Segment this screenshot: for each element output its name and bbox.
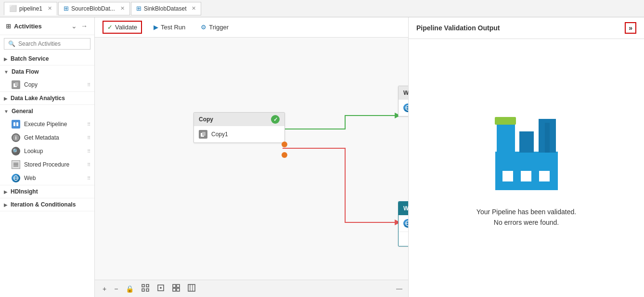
web-failure-icon: [403, 219, 408, 228]
svg-rect-19: [146, 284, 149, 287]
canvas: Copy ✓ Copy1 Web ✓: [95, 38, 408, 280]
toolbar: ✓ Validate ▶ Test Run ⚙ Trigger: [95, 17, 408, 38]
test-run-button[interactable]: ▶ Test Run: [150, 22, 189, 33]
web-failure-actions: 🗑 ⧉ ⊕: [399, 232, 408, 246]
sidebar-expand-btn[interactable]: →: [80, 21, 89, 31]
sidebar-item-web[interactable]: Web ⠿: [0, 171, 94, 185]
web-failure-node[interactable]: Web ✓ SendFailureEmailActiv... 🗑: [398, 201, 408, 246]
search-box: 🔍: [4, 38, 90, 50]
copy-status-dot: ✓: [271, 115, 280, 124]
copy-node-title: Copy: [199, 116, 213, 123]
sidebar-item-stored-procedure[interactable]: Stored Procedure ⠿: [0, 158, 94, 171]
section-batch-service-header[interactable]: ▶ Batch Service: [0, 52, 94, 65]
svg-rect-38: [521, 171, 531, 181]
lock-btn[interactable]: 🔒: [124, 284, 136, 294]
main-layout: ⊞ Activities ⌄ → 🔍 ▶ Batch Service ▼ Dat…: [0, 17, 644, 297]
stored-procedure-icon: [12, 160, 20, 169]
validate-button[interactable]: ✓ Validate: [103, 21, 142, 34]
lookup-label: Lookup: [24, 148, 43, 155]
svg-rect-11: [202, 132, 206, 136]
hdinsight-arrow: ▶: [4, 189, 8, 194]
auto-layout-btn[interactable]: [186, 283, 197, 294]
sidebar-item-copy[interactable]: Copy ⠿: [0, 78, 94, 91]
canvas-connectors: [95, 38, 408, 280]
sidebar-header: ⊞ Activities ⌄ →: [0, 17, 94, 35]
tab-source[interactable]: ⊞ SourceBlobDat... ✕: [58, 2, 130, 15]
data-flow-arrow: ▼: [4, 69, 9, 75]
auto-layout-icon: [188, 284, 195, 292]
copy-node-header: Copy ✓: [194, 113, 284, 126]
search-icon: 🔍: [8, 40, 15, 47]
svg-rect-34: [519, 131, 534, 153]
svg-rect-40: [545, 123, 550, 153]
right-panel-close-btn[interactable]: »: [625, 22, 636, 34]
tab-source-label: SourceBlobDat...: [71, 5, 115, 12]
web-success-body: SendSuccessEmailActi...: [399, 100, 408, 116]
sidebar-item-get-metadata[interactable]: i Get Metadata ⠿: [0, 131, 94, 144]
sidebar-collapse-btn[interactable]: ⌄: [70, 21, 78, 31]
grid-icon: [172, 284, 180, 292]
stored-procedure-label: Stored Procedure: [24, 161, 69, 168]
web-left: Web: [12, 174, 36, 182]
section-data-lake-header[interactable]: ▶ Data Lake Analytics: [0, 92, 94, 104]
validation-line2: No errors were found.: [477, 217, 576, 228]
web-failure-header: Web ✓: [399, 202, 408, 215]
trigger-button[interactable]: ⚙ Trigger: [197, 22, 232, 33]
right-panel-body: Your Pipeline has been validated. No err…: [409, 39, 644, 297]
stored-procedure-left: Stored Procedure: [12, 160, 69, 169]
web-activity-icon: [12, 174, 20, 182]
svg-rect-6: [13, 166, 18, 167]
factory-illustration: [488, 108, 565, 197]
sidebar: ⊞ Activities ⌄ → 🔍 ▶ Batch Service ▼ Dat…: [0, 17, 95, 297]
svg-rect-28: [177, 288, 180, 291]
execute-drag-handle: ⠿: [87, 122, 90, 127]
search-input[interactable]: [18, 40, 86, 47]
zoom-out-btn[interactable]: −: [112, 284, 120, 294]
svg-rect-2: [13, 122, 15, 126]
web-drag-handle: ⠿: [87, 176, 90, 181]
validation-text: Your Pipeline has been validated. No err…: [477, 207, 576, 228]
tab-source-close[interactable]: ✕: [120, 5, 125, 12]
web-label: Web: [24, 175, 36, 181]
batch-service-label: Batch Service: [11, 55, 49, 62]
section-hdinsight-header[interactable]: ▶ HDInsight: [0, 185, 94, 198]
fit-canvas-btn[interactable]: [140, 283, 151, 294]
svg-rect-26: [177, 284, 180, 287]
svg-rect-29: [188, 284, 195, 291]
copy-failure-connector: [282, 152, 287, 158]
get-metadata-icon: i: [12, 133, 20, 142]
sidebar-item-lookup[interactable]: 🔍 Lookup ⠿: [0, 144, 94, 158]
hdinsight-label: HDInsight: [11, 188, 38, 195]
iteration-arrow: ▶: [4, 202, 8, 207]
general-arrow: ▼: [4, 109, 9, 114]
section-general-header[interactable]: ▼ General: [0, 105, 94, 117]
execute-pipeline-left: Execute Pipeline: [12, 120, 67, 129]
execute-pipeline-icon: [12, 120, 20, 129]
section-data-flow: ▼ Data Flow Copy ⠿: [0, 65, 94, 92]
sidebar-item-execute-pipeline[interactable]: Execute Pipeline ⠿: [0, 117, 94, 131]
section-data-flow-header[interactable]: ▼ Data Flow: [0, 65, 94, 78]
lookup-drag-handle: ⠿: [87, 149, 90, 154]
tab-bar: ⬜ pipeline1 ✕ ⊞ SourceBlobDat... ✕ ⊞ Sin…: [0, 0, 644, 17]
svg-rect-1: [15, 82, 18, 86]
sidebar-actions: ⌄ →: [70, 21, 89, 31]
svg-rect-25: [173, 284, 176, 287]
zoom-in-btn[interactable]: +: [101, 284, 108, 294]
copy-node-label: Copy1: [211, 131, 228, 138]
copy-node[interactable]: Copy ✓ Copy1: [193, 112, 285, 143]
tab-pipeline1[interactable]: ⬜ pipeline1 ✕: [4, 2, 57, 15]
activities-icon: ⊞: [6, 23, 11, 30]
tab-sink-close[interactable]: ✕: [192, 5, 196, 12]
iteration-label: Iteration & Conditionals: [11, 201, 76, 208]
section-iteration-header[interactable]: ▶ Iteration & Conditionals: [0, 198, 94, 211]
zoom-fit-btn[interactable]: [155, 283, 167, 294]
web-success-node[interactable]: Web ✓ SendSuccessEmailActi...: [398, 86, 408, 116]
grid-btn[interactable]: [170, 283, 182, 294]
tab-sink[interactable]: ⊞ SinkBlobDataset ✕: [131, 2, 202, 15]
metadata-drag-handle: ⠿: [87, 135, 90, 141]
svg-rect-21: [146, 289, 149, 291]
copy-item-label: Copy: [24, 81, 38, 88]
pipeline-tab-icon: ⬜: [9, 5, 17, 12]
data-lake-label: Data Lake Analytics: [11, 95, 65, 102]
tab-pipeline1-close[interactable]: ✕: [48, 5, 52, 12]
